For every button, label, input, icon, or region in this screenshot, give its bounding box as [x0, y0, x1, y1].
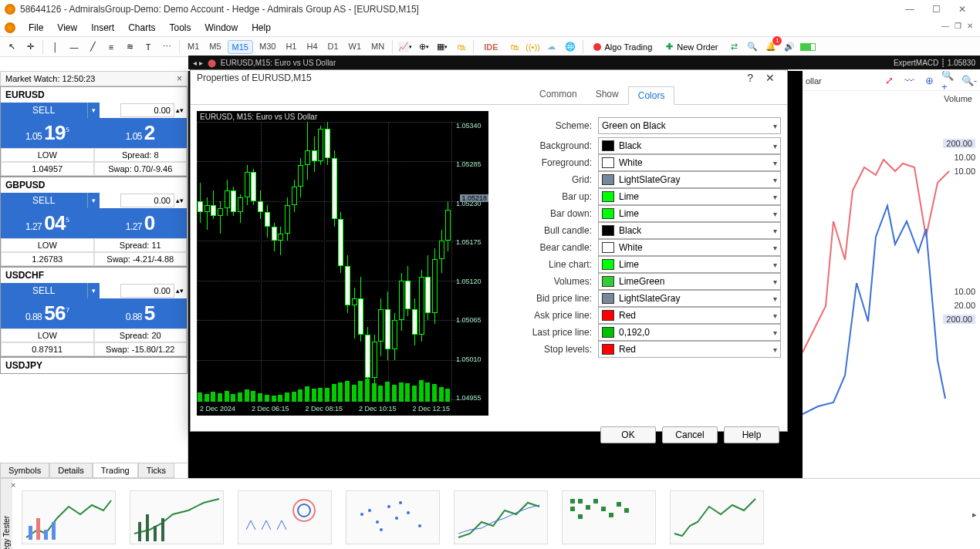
tester-close-button[interactable]: ×: [11, 480, 15, 490]
mdi-restore-button[interactable]: ❐: [952, 22, 963, 30]
community-button[interactable]: 🌐: [562, 39, 579, 56]
market-watch-close-button[interactable]: ×: [177, 73, 182, 84]
crosshair-tool-button[interactable]: ✛: [22, 39, 39, 56]
menu-window[interactable]: Window: [198, 21, 245, 35]
algo-trading-button[interactable]: Algo Trading: [587, 39, 659, 55]
color-select-foreground[interactable]: White▾: [598, 154, 781, 171]
mw-tab-ticks[interactable]: Ticks: [138, 463, 174, 478]
sell-dropdown[interactable]: ▾: [87, 193, 100, 208]
menu-help[interactable]: Help: [245, 21, 278, 35]
dialog-title-bar[interactable]: Properties of EURUSD,M15 ? ✕: [191, 70, 787, 86]
cursor-tool-button[interactable]: ↖: [3, 39, 20, 56]
dialog-help-button[interactable]: ?: [741, 70, 759, 86]
window-minimize-button[interactable]: —: [897, 1, 923, 18]
trendline-button[interactable]: ╱: [84, 39, 101, 56]
window-maximize-button[interactable]: ☐: [923, 1, 949, 18]
menu-view[interactable]: View: [50, 21, 84, 35]
color-select-askpriceline[interactable]: Red▾: [598, 307, 781, 324]
dialog-tab-colors[interactable]: Colors: [628, 86, 675, 105]
menu-charts[interactable]: Charts: [121, 21, 162, 35]
timeframe-M15[interactable]: M15: [228, 40, 253, 54]
mw-tab-symbols[interactable]: Symbols: [0, 463, 49, 478]
color-select-stoplevels[interactable]: Red▾: [598, 341, 781, 358]
depth-of-market-button[interactable]: ⇄: [725, 39, 742, 56]
bid-price[interactable]: 1.05 19⁵: [1, 118, 94, 148]
zoom-out-button[interactable]: 🔍-: [961, 73, 977, 89]
templates-button[interactable]: ▦▾: [434, 39, 451, 56]
sell-button[interactable]: SELL: [1, 193, 87, 208]
timeframe-M30[interactable]: M30: [255, 40, 279, 54]
mw-tab-details[interactable]: Details: [49, 463, 93, 478]
ide-button[interactable]: IDE: [478, 39, 504, 55]
timeframe-D1[interactable]: D1: [324, 40, 343, 54]
scheme-select[interactable]: Green on Black▾: [598, 117, 781, 134]
color-select-grid[interactable]: LightSlateGray▾: [598, 171, 781, 188]
line-chart-button[interactable]: 📈▾: [397, 39, 414, 56]
sell-button[interactable]: SELL: [1, 283, 87, 298]
market-button[interactable]: 🛍: [452, 39, 469, 56]
horizontal-line-button[interactable]: —: [66, 39, 83, 56]
sell-dropdown[interactable]: ▾: [87, 103, 100, 118]
ok-button[interactable]: OK: [600, 426, 656, 443]
timeframe-M5[interactable]: M5: [205, 40, 225, 54]
timeframe-M1[interactable]: M1: [184, 40, 203, 54]
tester-scroll-right[interactable]: ▸: [972, 510, 977, 520]
vps-button[interactable]: ☁: [543, 39, 560, 56]
color-select-bidpriceline[interactable]: LightSlateGray▾: [598, 290, 781, 307]
tester-thumb[interactable]: [454, 490, 548, 544]
sell-button[interactable]: SELL: [1, 103, 87, 118]
tester-thumb[interactable]: [238, 490, 332, 544]
lot-input[interactable]: [120, 284, 174, 298]
cancel-button[interactable]: Cancel: [662, 426, 718, 443]
sound-button[interactable]: 🔊: [781, 39, 798, 56]
timeframe-W1[interactable]: W1: [345, 40, 366, 54]
indicator-btn-2[interactable]: 〰: [901, 73, 917, 89]
new-order-button[interactable]: ✚New Order: [660, 39, 724, 55]
timeframe-H4[interactable]: H4: [302, 40, 321, 54]
dialog-close-button[interactable]: ✕: [759, 70, 781, 86]
lot-stepper[interactable]: ▴▾: [174, 197, 184, 204]
window-close-button[interactable]: ✕: [949, 1, 975, 18]
color-select-barup[interactable]: Lime▾: [598, 188, 781, 205]
color-select-lastpriceline[interactable]: 0,192,0▾: [598, 324, 781, 341]
timeframe-MN[interactable]: MN: [367, 40, 388, 54]
indicator-button[interactable]: ⊕▾: [415, 39, 432, 56]
signal-button[interactable]: ((•)): [525, 39, 542, 56]
sell-dropdown[interactable]: ▾: [87, 283, 100, 298]
search-button[interactable]: 🔍: [744, 39, 761, 56]
help-button[interactable]: Help: [724, 426, 779, 443]
timeframe-H1[interactable]: H1: [282, 40, 300, 54]
vertical-line-button[interactable]: │: [47, 39, 64, 56]
mw-tab-trading[interactable]: Trading: [93, 463, 138, 478]
color-select-bardown[interactable]: Lime▾: [598, 205, 781, 222]
dialog-tab-show[interactable]: Show: [586, 86, 628, 104]
bid-price[interactable]: 1.27 04⁵: [1, 208, 94, 238]
notifications-button[interactable]: 🔔1: [762, 39, 779, 56]
tester-thumb[interactable]: [670, 490, 764, 544]
mdi-close-button[interactable]: ✕: [965, 22, 975, 30]
tester-thumb[interactable]: [346, 490, 440, 544]
color-select-linechart[interactable]: Lime▾: [598, 256, 781, 273]
chart-nav-arrows[interactable]: ◂ ▸: [193, 59, 203, 67]
dialog-tab-common[interactable]: Common: [530, 86, 586, 104]
menu-file[interactable]: File: [22, 21, 50, 35]
lot-stepper[interactable]: ▴▾: [174, 106, 184, 114]
indicator-btn-1[interactable]: ⤢: [881, 73, 897, 89]
menu-tools[interactable]: Tools: [163, 21, 198, 35]
zoom-in-button[interactable]: 🔍+: [941, 73, 957, 89]
fibonacci-button[interactable]: ≋: [121, 39, 138, 56]
color-select-background[interactable]: Black▾: [598, 137, 781, 154]
tester-thumb[interactable]: [22, 490, 116, 544]
objects-more-button[interactable]: ⋯: [158, 39, 175, 56]
lot-input[interactable]: [120, 194, 174, 207]
color-select-volumes[interactable]: LimeGreen▾: [598, 273, 781, 290]
tester-thumb[interactable]: [562, 490, 656, 544]
lot-input[interactable]: [120, 103, 174, 117]
text-label-button[interactable]: T: [140, 39, 157, 56]
toolbox-button[interactable]: 🛍: [506, 39, 523, 56]
indicator-btn-3[interactable]: ⊕: [921, 73, 937, 89]
ask-price[interactable]: 0.88 5: [94, 298, 188, 328]
ask-price[interactable]: 1.27 0: [94, 208, 188, 238]
equidistant-channel-button[interactable]: ≡: [103, 39, 120, 56]
lot-stepper[interactable]: ▴▾: [174, 287, 184, 295]
